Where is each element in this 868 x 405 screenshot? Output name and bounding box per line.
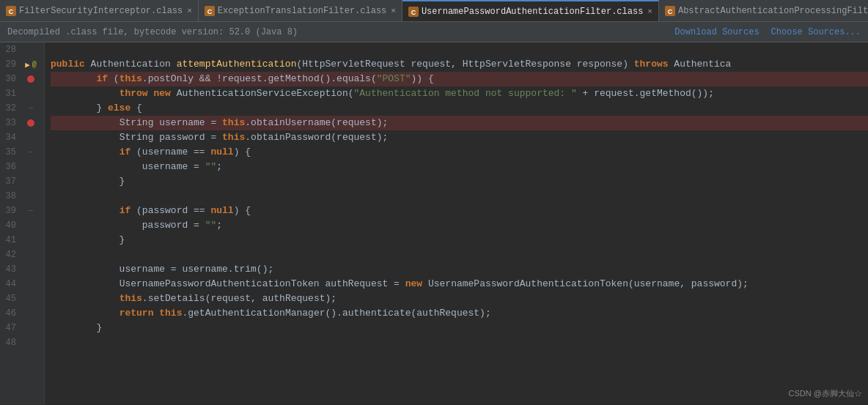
code-token: ) { xyxy=(234,145,251,160)
gutter-line: 48 xyxy=(0,335,44,350)
tab-tab3[interactable]: CUsernamePasswordAuthenticationFilter.cl… xyxy=(402,0,659,22)
code-line: public Authentication attemptAuthenticat… xyxy=(51,57,868,72)
svg-text:C: C xyxy=(207,8,213,15)
code-token: return this xyxy=(119,306,183,321)
gutter-line: 43 xyxy=(0,262,44,277)
code-token xyxy=(51,277,119,291)
code-token xyxy=(51,72,96,86)
code-line: String password = this.obtainPassword(re… xyxy=(51,130,868,145)
gutter-icons xyxy=(21,75,41,83)
tab-label: FilterSecurityInterceptor.class xyxy=(19,6,183,16)
gutter-line: 29▶@ xyxy=(0,57,44,72)
svg-text:C: C xyxy=(411,9,416,16)
code-line: } xyxy=(51,233,868,248)
code-token: .postOnly && !request.getMethod().equals… xyxy=(142,72,377,86)
code-token: "POST" xyxy=(377,72,411,86)
code-line: password = ""; xyxy=(51,218,868,233)
gutter-line: 46 xyxy=(0,306,44,321)
svg-text:C: C xyxy=(668,8,673,15)
tab-close-button[interactable]: × xyxy=(391,7,396,15)
tab-tab2[interactable]: CExceptionTranslationFilter.class× xyxy=(199,0,402,22)
code-token: Authentica xyxy=(674,57,731,72)
line-number: 44 xyxy=(0,279,21,289)
gutter-line: 35─ xyxy=(0,145,44,160)
code-area: 2829▶@303132─333435─36373839─40414243444… xyxy=(0,42,868,405)
gutter-line: 39─ xyxy=(0,204,44,218)
code-token: null xyxy=(210,204,233,218)
code-token: password = xyxy=(159,130,222,145)
code-line: if (password == null) { xyxy=(51,204,868,218)
code-line xyxy=(51,42,868,57)
line-number: 45 xyxy=(0,294,21,304)
fold-icon[interactable]: ─ xyxy=(29,105,33,113)
download-sources-link[interactable]: Download Sources xyxy=(674,27,759,37)
tab-file-icon: C xyxy=(6,6,16,16)
code-token: new xyxy=(405,277,428,291)
code-token xyxy=(51,86,119,101)
code-token: { xyxy=(136,101,142,116)
code-token: ) { xyxy=(234,204,251,218)
code-token: ( xyxy=(114,72,119,86)
svg-text:C: C xyxy=(9,8,14,15)
code-token: )) { xyxy=(411,72,434,86)
breakpoint-icon[interactable] xyxy=(27,75,34,83)
code-line: } else { xyxy=(51,101,868,116)
code-line: username = username.trim(); xyxy=(51,262,868,277)
code-token: attemptAuthentication xyxy=(177,57,297,72)
code-token: public xyxy=(51,57,91,72)
code-line: return this.getAuthenticationManager().a… xyxy=(51,306,868,321)
line-number: 47 xyxy=(0,323,21,333)
current-line-arrow-icon: ▶ xyxy=(25,60,30,70)
tab-close-button[interactable]: × xyxy=(647,7,652,16)
decompile-info: Decompiled .class file, bytecode version… xyxy=(7,27,298,37)
code-token: authRequest = xyxy=(325,277,405,291)
code-token: this xyxy=(119,291,142,306)
code-line: String username = this.obtainUsername(re… xyxy=(51,116,868,130)
code-token: + request.getMethod()); xyxy=(577,86,714,101)
fold-icon[interactable]: ─ xyxy=(29,207,33,215)
code-token: username = xyxy=(159,116,222,130)
code-token xyxy=(51,306,119,321)
code-token: (username == xyxy=(136,145,210,160)
code-token: } xyxy=(51,321,102,335)
code-token: .obtainPassword(request); xyxy=(245,130,388,145)
code-token: this xyxy=(119,72,142,86)
code-token: "" xyxy=(205,160,217,174)
watermark: CSDN @赤脚大仙☆ xyxy=(789,388,862,399)
code-token: .obtainUsername(request); xyxy=(245,116,388,130)
gutter-line: 38 xyxy=(0,189,44,204)
line-number: 36 xyxy=(0,162,21,172)
tab-tab1[interactable]: CFilterSecurityInterceptor.class× xyxy=(0,0,199,22)
gutter-line: 28 xyxy=(0,42,44,57)
code-token: (HttpServletRequest request, HttpServlet… xyxy=(296,57,633,72)
code-token: Authentication xyxy=(91,57,177,72)
code-token: throws xyxy=(634,57,674,72)
info-bar: Decompiled .class file, bytecode version… xyxy=(0,22,868,42)
annotation-icon: @ xyxy=(32,61,37,69)
gutter: 2829▶@303132─333435─36373839─40414243444… xyxy=(0,42,45,405)
fold-icon[interactable]: ─ xyxy=(29,149,33,157)
tab-bar: CFilterSecurityInterceptor.class×CExcept… xyxy=(0,0,868,22)
code-line xyxy=(51,335,868,350)
code-line: } xyxy=(51,174,868,189)
tab-close-button[interactable]: × xyxy=(187,7,192,15)
gutter-line: 45 xyxy=(0,291,44,306)
line-number: 30 xyxy=(0,74,21,84)
line-number: 35 xyxy=(0,147,21,157)
line-number: 46 xyxy=(0,308,21,319)
choose-sources-link[interactable]: Choose Sources... xyxy=(771,27,861,37)
line-number: 37 xyxy=(0,177,21,187)
code-line: if (this.postOnly && !request.getMethod(… xyxy=(51,72,868,86)
breakpoint-icon[interactable] xyxy=(27,119,34,127)
gutter-line: 42 xyxy=(0,248,44,262)
code-token xyxy=(51,130,119,145)
code-content[interactable]: public Authentication attemptAuthenticat… xyxy=(45,42,868,405)
gutter-line: 30 xyxy=(0,72,44,86)
code-token: throw new xyxy=(119,86,177,101)
code-token: } xyxy=(51,174,125,189)
line-number: 38 xyxy=(0,191,21,201)
tab-tab4[interactable]: CAbstractAuthenticationProcessingFilter.… xyxy=(659,0,868,22)
tab-file-icon: C xyxy=(205,6,215,16)
source-links: Download Sources Choose Sources... xyxy=(674,27,861,37)
gutter-icons: ─ xyxy=(21,207,41,215)
